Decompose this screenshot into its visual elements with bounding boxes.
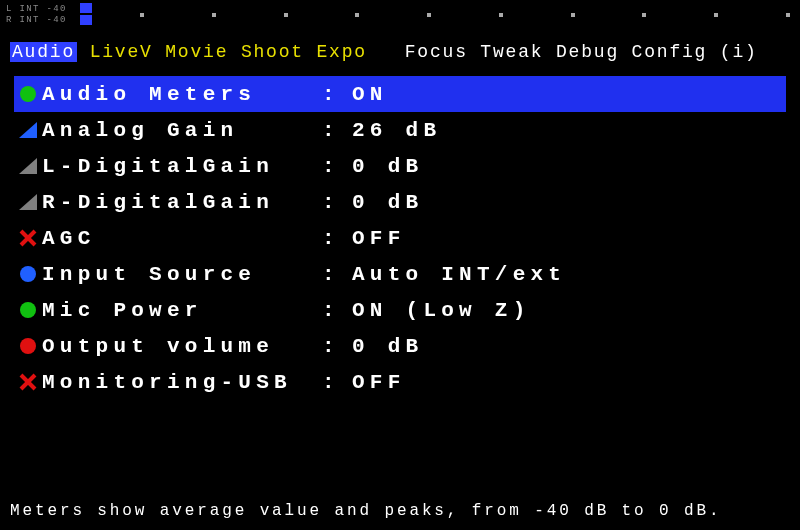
menu-item-separator: : — [322, 119, 352, 142]
menu-item-value: ON (Low Z) — [352, 299, 531, 322]
svg-point-6 — [20, 266, 36, 282]
menu-item-input-source[interactable]: Input Source:Auto INT/ext — [14, 256, 786, 292]
audio-meter-labels: L INT -40 R INT -40 — [6, 4, 67, 26]
menu-item-separator: : — [322, 371, 352, 394]
meter-tick — [355, 13, 359, 17]
menu-item-separator: : — [322, 263, 352, 286]
menu-item-label: Monitoring-USB — [42, 371, 322, 394]
meter-tick — [571, 13, 575, 17]
tab-movie[interactable]: Movie — [165, 42, 228, 62]
meter-tick — [140, 13, 144, 17]
tab-audio[interactable]: Audio — [10, 42, 77, 62]
menu-item-label: R-DigitalGain — [42, 191, 322, 214]
dot-blue-icon — [14, 263, 42, 285]
menu-item-separator: : — [322, 227, 352, 250]
svg-point-8 — [20, 338, 36, 354]
settings-menu: Audio Meters:ONAnalog Gain:26 dBL-Digita… — [14, 76, 786, 400]
tab-config[interactable]: Config — [632, 42, 708, 62]
meter-tick — [499, 13, 503, 17]
meter-tick — [786, 13, 790, 17]
svg-marker-2 — [19, 158, 37, 174]
menu-item-agc[interactable]: AGC:OFF — [14, 220, 786, 256]
meter-tick — [284, 13, 288, 17]
tab-info[interactable]: (i) — [720, 42, 758, 62]
tab-shoot[interactable]: Shoot — [241, 42, 304, 62]
tab-livev[interactable]: LiveV — [90, 42, 153, 62]
meter-tick — [642, 13, 646, 17]
tab-debug[interactable]: Debug — [556, 42, 619, 62]
meter-right-label: R INT -40 — [6, 15, 67, 26]
meter-tick — [212, 13, 216, 17]
menu-item-value: OFF — [352, 227, 406, 250]
tri-gray-icon — [14, 155, 42, 177]
menu-item-value: Auto INT/ext — [352, 263, 566, 286]
menu-item-separator: : — [322, 83, 352, 106]
menu-item-label: Output volume — [42, 335, 322, 358]
menu-item-label: AGC — [42, 227, 322, 250]
svg-point-7 — [20, 302, 36, 318]
menu-item-label: L-DigitalGain — [42, 155, 322, 178]
svg-point-0 — [20, 86, 36, 102]
meter-left-label: L INT -40 — [6, 4, 67, 15]
menu-item-analog-gain[interactable]: Analog Gain:26 dB — [14, 112, 786, 148]
menu-item-mic-power[interactable]: Mic Power:ON (Low Z) — [14, 292, 786, 328]
menu-item-separator: : — [322, 299, 352, 322]
menu-item-value: 0 dB — [352, 191, 423, 214]
dot-green-icon — [14, 299, 42, 321]
menu-item-label: Mic Power — [42, 299, 322, 322]
menu-item-r-digitalgain[interactable]: R-DigitalGain:0 dB — [14, 184, 786, 220]
menu-item-value: 26 dB — [352, 119, 441, 142]
menu-item-label: Analog Gain — [42, 119, 322, 142]
svg-marker-3 — [19, 194, 37, 210]
menu-item-monitoring-usb[interactable]: Monitoring-USB:OFF — [14, 364, 786, 400]
menu-item-output-volume[interactable]: Output volume:0 dB — [14, 328, 786, 364]
tab-tweak[interactable]: Tweak — [480, 42, 543, 62]
tri-blue-icon — [14, 119, 42, 141]
tab-focus[interactable]: Focus — [405, 42, 468, 62]
menu-item-separator: : — [322, 335, 352, 358]
audio-meter-bar — [80, 2, 790, 28]
tab-bar: Audio LiveV Movie Shoot Expo Focus Tweak… — [10, 42, 790, 62]
svg-marker-1 — [19, 122, 37, 138]
dot-red-icon — [14, 335, 42, 357]
menu-item-value: ON — [352, 83, 388, 106]
menu-item-value: 0 dB — [352, 155, 423, 178]
menu-item-separator: : — [322, 191, 352, 214]
meter-tick — [714, 13, 718, 17]
tri-gray-icon — [14, 191, 42, 213]
menu-item-l-digitalgain[interactable]: L-DigitalGain:0 dB — [14, 148, 786, 184]
meter-left-peak — [80, 3, 92, 13]
menu-item-audio-meters[interactable]: Audio Meters:ON — [14, 76, 786, 112]
menu-item-value: 0 dB — [352, 335, 423, 358]
tab-expo[interactable]: Expo — [317, 42, 367, 62]
menu-item-label: Audio Meters — [42, 83, 322, 106]
x-red-icon — [14, 371, 42, 393]
menu-item-separator: : — [322, 155, 352, 178]
menu-item-value: OFF — [352, 371, 406, 394]
dot-green-icon — [14, 83, 42, 105]
x-red-icon — [14, 227, 42, 249]
help-text: Meters show average value and peaks, fro… — [10, 502, 790, 520]
meter-tick — [427, 13, 431, 17]
menu-item-label: Input Source — [42, 263, 322, 286]
